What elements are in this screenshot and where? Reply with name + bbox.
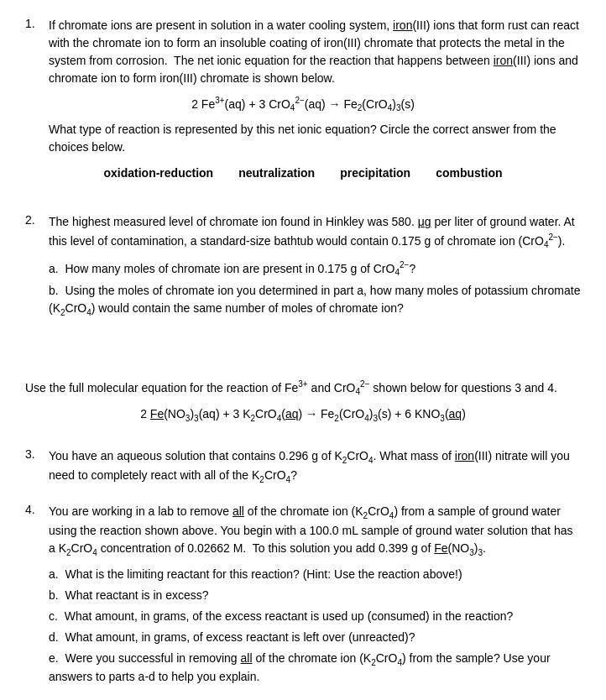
question-1-text: If chromate ions are present in solution… [49, 17, 581, 87]
question-4c: c. What amount, in grams, of the excess … [49, 608, 581, 625]
question-4-subquestions: a. What is the limiting reactant for thi… [49, 566, 581, 687]
reaction-type-oxidation: oxidation-reduction [103, 166, 213, 180]
equation-1: 2 Fe3+(aq) + 3 CrO42−(aq) → Fe2(CrO4)3(s… [25, 96, 581, 112]
question-1-num: 1. [25, 17, 49, 30]
section-equation: 2 Fe(NO3)3(aq) + 3 K2CrO4(aq) → Fe2(CrO4… [25, 407, 581, 423]
reaction-type-combustion: combustion [436, 166, 502, 180]
question-1: 1. If chromate ions are present in solut… [25, 17, 581, 180]
main-content: 1. If chromate ions are present in solut… [25, 17, 581, 686]
question-4a: a. What is the limiting reactant for thi… [49, 566, 581, 583]
question-3-header: 3. You have an aqueous solution that con… [25, 447, 581, 486]
section-intro: Use the full molecular equation for the … [25, 378, 581, 398]
question-3: 3. You have an aqueous solution that con… [25, 447, 581, 486]
question-2-num: 2. [25, 213, 49, 227]
question-3-num: 3. [25, 447, 49, 461]
question-4b: b. What reactant is in excess? [49, 587, 581, 604]
question-4-text: You are working in a lab to remove all o… [49, 503, 581, 559]
reaction-type-neutralization: neutralization [238, 166, 315, 180]
question-4-num: 4. [25, 503, 49, 516]
question-2-text: The highest measured level of chromate i… [49, 213, 581, 251]
question-4-header: 4. You are working in a lab to remove al… [25, 503, 581, 559]
reaction-type-precipitation: precipitation [340, 166, 410, 180]
question-2b: b. Using the moles of chromate ion you d… [49, 282, 581, 319]
question-4e: e. Were you successful in removing all o… [49, 650, 581, 687]
question-2a: a. How many moles of chromate ion are pr… [49, 259, 581, 279]
question-1-header: 1. If chromate ions are present in solut… [25, 17, 581, 87]
question-2-subquestions: a. How many moles of chromate ion are pr… [49, 259, 581, 319]
reaction-types-row: oxidation-reduction neutralization preci… [25, 166, 581, 180]
question-1-followup: What type of reaction is represented by … [49, 121, 581, 156]
question-4: 4. You are working in a lab to remove al… [25, 503, 581, 686]
question-2-header: 2. The highest measured level of chromat… [25, 213, 581, 251]
question-3-text: You have an aqueous solution that contai… [49, 447, 581, 486]
question-4d: d. What amount, in grams, of excess reac… [49, 629, 581, 646]
question-2: 2. The highest measured level of chromat… [25, 213, 581, 319]
